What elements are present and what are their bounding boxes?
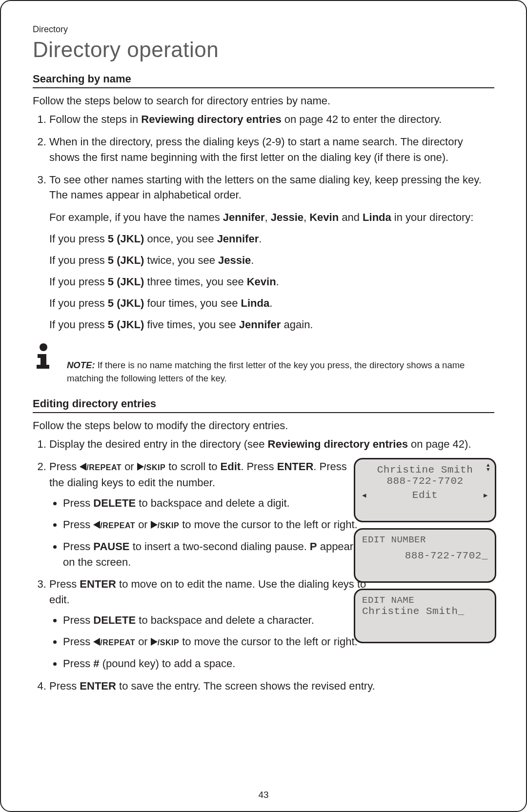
text: to move the cursor to the left or right. — [179, 635, 358, 648]
text: If you press — [49, 233, 108, 245]
name-jennifer: Jennifer — [223, 211, 265, 223]
list-item: Follow the steps in Reviewing directory … — [49, 112, 494, 127]
text: and — [339, 211, 363, 223]
enter-word: ENTER — [277, 460, 314, 473]
text: Display the desired entry in the directo… — [49, 438, 268, 450]
example-line: If you press 5 (JKL) once, you see Jenni… — [49, 231, 494, 247]
lcd-title: EDIT NAME — [362, 595, 488, 606]
example-line: If you press 5 (JKL) twice, you see Jess… — [49, 253, 494, 268]
list-item: When in the directory, press the dialing… — [49, 134, 494, 165]
page-number: 43 — [1, 790, 526, 800]
triangle-right-icon — [137, 459, 144, 475]
note-label: NOTE: — [67, 360, 95, 370]
list-item: Press /REPEAT or /SKIP to move the curso… — [63, 517, 375, 533]
svg-point-0 — [40, 343, 47, 351]
text: Press — [49, 578, 80, 590]
text: . — [276, 276, 279, 288]
list-item: Press PAUSE to insert a two-second diali… — [63, 539, 361, 570]
repeat-label: /REPEAT — [86, 463, 122, 472]
section-heading-editing: Editing directory entries — [33, 397, 494, 413]
text: three times, you see — [144, 276, 246, 288]
lcd-name: Christine Smith_ — [362, 606, 488, 617]
list-item: Press # (pound key) to add a space. — [63, 656, 494, 672]
lcd-number: 888-722-7702_ — [362, 550, 488, 561]
text: Press — [49, 680, 80, 692]
enter-word: ENTER — [80, 680, 116, 692]
text: on page 42 to enter the directory. — [282, 113, 442, 125]
lcd-name: Christine Smith — [362, 464, 488, 475]
name-linda: Linda — [241, 297, 270, 309]
svg-marker-3 — [93, 521, 100, 529]
triangle-right-icon: ▶ — [484, 491, 488, 499]
svg-marker-1 — [80, 463, 86, 471]
reviewing-link: Reviewing directory entries — [268, 438, 408, 450]
name-jennifer: Jennifer — [217, 233, 259, 245]
text: on page 42). — [408, 438, 471, 450]
text: Press — [63, 518, 93, 531]
note-text: NOTE: If there is no name matching the f… — [66, 342, 494, 385]
triangle-left-icon: ◀ — [362, 491, 366, 499]
text: again. — [281, 318, 313, 331]
delete-word: DELETE — [93, 614, 136, 626]
text: Press — [49, 460, 80, 473]
text: . Press — [241, 460, 277, 473]
triangle-left-icon — [93, 634, 100, 650]
text: to insert a two-second dialing pause. — [130, 540, 310, 553]
breadcrumb: Directory — [33, 24, 494, 35]
example-line: If you press 5 (JKL) three times, you se… — [49, 274, 494, 290]
pause-word: PAUSE — [93, 540, 129, 553]
lcd-screens: ▲▼ Christine Smith 888-722-7702 ◀ Edit ▶… — [354, 458, 496, 643]
triangle-right-icon — [151, 634, 158, 650]
list-item: Display the desired entry in the directo… — [49, 436, 494, 452]
text: To see other names starting with the let… — [49, 172, 494, 203]
list-item: Press DELETE to backspace and delete a c… — [63, 613, 385, 628]
text: to move the cursor to the left or right. — [179, 518, 358, 531]
skip-label: /SKIP — [158, 638, 179, 647]
search-steps-list: Follow the steps in Reviewing directory … — [33, 112, 494, 333]
key-5jkl: 5 (JKL) — [108, 318, 144, 331]
text: to backspace and delete a character. — [136, 614, 314, 626]
lcd-title: EDIT NUMBER — [362, 535, 488, 545]
name-kevin: Kevin — [309, 211, 339, 223]
intro-text: Follow the steps below to search for dir… — [33, 93, 494, 109]
name-kevin: Kevin — [247, 276, 276, 288]
triangle-left-icon — [80, 459, 86, 475]
repeat-label: /REPEAT — [100, 638, 135, 647]
key-5jkl: 5 (JKL) — [108, 233, 144, 245]
page-title: Directory operation — [33, 38, 494, 62]
list-item: Press DELETE to backspace and delete a d… — [63, 495, 375, 511]
sub-bullets: Press DELETE to backspace and delete a d… — [49, 495, 375, 570]
text: . — [269, 297, 272, 309]
text: Press — [63, 497, 93, 509]
text: (pound key) to add a space. — [100, 657, 236, 670]
text: twice, you see — [144, 254, 218, 266]
key-5jkl: 5 (JKL) — [108, 254, 144, 266]
lcd-edit-name-screen: EDIT NAME Christine Smith_ — [354, 589, 496, 643]
name-jennifer: Jennifer — [239, 318, 281, 331]
hash-word: # — [93, 657, 99, 670]
name-linda: Linda — [363, 211, 391, 223]
svg-marker-4 — [151, 521, 158, 529]
triangle-left-icon — [93, 517, 100, 533]
list-item: To see other names starting with the let… — [49, 172, 494, 333]
info-icon — [30, 342, 57, 372]
text: to save the entry. The screen shows the … — [116, 680, 375, 692]
text: to backspace and delete a digit. — [136, 497, 290, 509]
text: in your directory: — [391, 211, 474, 223]
section-heading-searching: Searching by name — [33, 73, 494, 88]
text: . — [259, 233, 262, 245]
key-5jkl: 5 (JKL) — [108, 297, 144, 309]
lcd-number: 888-722-7702 — [362, 475, 488, 487]
text: For example, if you have the names — [49, 211, 223, 223]
example-line: If you press 5 (JKL) five times, you see… — [49, 317, 494, 333]
delete-word: DELETE — [93, 497, 136, 509]
text: If you press — [49, 318, 108, 331]
text: to scroll to — [165, 460, 220, 473]
reviewing-link: Reviewing directory entries — [141, 113, 281, 125]
svg-marker-5 — [93, 638, 100, 646]
text: , — [304, 211, 309, 223]
text: Press — [63, 635, 93, 648]
text: Follow the steps in — [49, 113, 141, 125]
list-item: Press ENTER to save the entry. The scree… — [49, 678, 494, 694]
text: or — [122, 460, 137, 473]
